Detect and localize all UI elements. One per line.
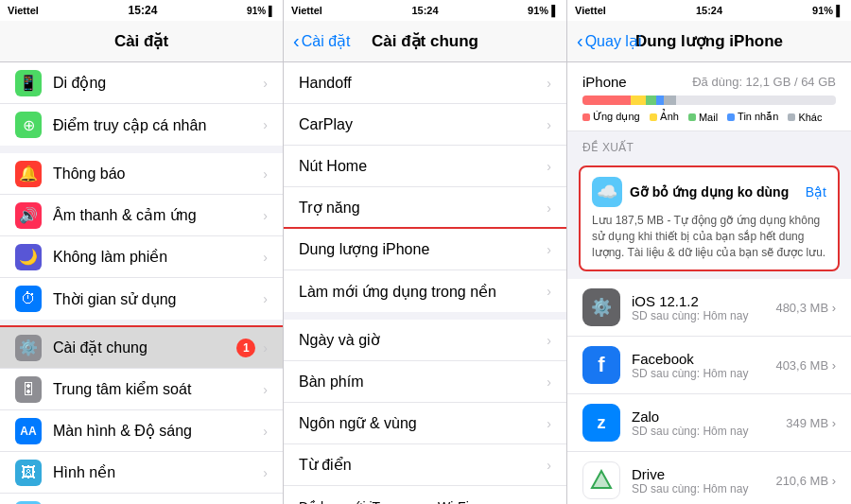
list-item-tu-dien[interactable]: Từ điển › [284,444,566,486]
time-mid: 15:24 [411,5,438,16]
zalo-icon: z [582,404,620,442]
chevron-ngon-ngu: › [547,416,551,431]
list-item-nut-home[interactable]: Nút Home › [284,146,566,187]
list-item-ban-phim[interactable]: Bàn phím › [284,361,566,403]
dung-luong-label: Dung lượng iPhone [299,240,547,258]
chevron-am-thanh: › [263,208,268,223]
carrier-left: Viettel [8,5,39,16]
app-list: ⚙️ iOS 12.1.2 SD sau cùng: Hôm nay 480,3… [567,279,851,504]
drive-sub: SD sau cùng: Hôm nay [632,482,775,495]
chevron-di-dong: › [263,76,268,91]
suggestion-icon: ☁️ [592,177,622,207]
time-left: 15:24 [129,4,158,17]
ios-sub: SD sau cùng: Hôm nay [632,309,775,322]
chevron-do-hoa: › [547,499,551,504]
cai-dat-chung-label: Cài đặt chung [53,339,236,356]
ngon-ngu-label: Ngôn ngữ & vùng [299,414,547,432]
list-item-lam-moi[interactable]: Làm mới ứng dụng trong nền › [284,270,566,312]
icons-left: 91% ▌ [247,6,275,16]
list-item-thong-bao[interactable]: 🔔 Thông báo › [0,153,283,195]
facebook-name: Facebook [632,351,775,367]
list-item-do-hoa[interactable]: Đồ họa với iTunes qua Wi-Fi › [284,486,566,504]
mid-back-label: Cài đặt [302,32,351,50]
list-item-diem-truy[interactable]: ⊕ Điểm truy cập cá nhân › [0,104,283,146]
list-item-carplay[interactable]: CarPlay › [284,104,566,146]
chevron-carplay: › [547,117,551,132]
facebook-icon: f [582,346,620,384]
list-item-cai-dat-chung[interactable]: ⚙️ Cài đặt chung 1 › [0,327,283,369]
legend-label-mail: Mail [699,112,718,123]
list-item-tro-nang[interactable]: Trợ năng › [284,187,566,229]
mid-spacer-1 [284,312,566,320]
ios-info: iOS 12.1.2 SD sau cùng: Hôm nay [632,293,775,322]
diem-truy-icon: ⊕ [15,112,42,138]
hinh-nen-label: Hình nền [53,463,263,481]
app-row-drive[interactable]: Drive SD sau cùng: Hôm nay 210,6 MB › [567,452,851,504]
chevron-trung-tam: › [263,382,268,397]
right-back-button[interactable]: ‹ Quay lại [577,30,641,52]
suggest-section-label: ĐỀ XUẤT [567,131,851,158]
drive-info: Drive SD sau cùng: Hôm nay [632,466,775,495]
khong-lam-label: Không làm phiền [53,248,263,266]
cai-dat-chung-badge: 1 [236,339,255,357]
nav-bar-right: ‹ Quay lại Dung lượng iPhone [567,21,851,62]
chevron-hinh-nen: › [263,465,268,480]
ios-name: iOS 12.1.2 [632,293,775,309]
time-right: 15:24 [696,5,722,16]
suggestion-title: Gỡ bỏ ứng dụng ko dùng [630,184,798,200]
storage-label: iPhone [582,74,627,90]
list-item-trung-tam[interactable]: 🎛 Trung tâm kiểm soát › [0,369,283,410]
trung-tam-label: Trung tâm kiểm soát [53,380,263,398]
legend-label-photos: Ảnh [660,111,679,123]
bar-other [664,96,676,105]
chevron-cai-dat: › [263,340,268,356]
chevron-ngay-gio: › [547,333,551,348]
list-item-dung-luong[interactable]: Dung lượng iPhone › [284,229,566,270]
chevron-diem-truy: › [263,117,268,132]
list-item-siri[interactable]: 🎤 Siri & Tìm kiếm › [0,494,283,504]
list-item-am-thanh[interactable]: 🔊 Âm thanh & cảm ứng › [0,195,283,236]
chevron-ban-phim: › [547,374,551,390]
zalo-info: Zalo SD sau cùng: Hôm nay [632,408,786,438]
list-item-thoi-gian[interactable]: ⏱ Thời gian sử dụng › [0,278,283,320]
suggestion-action-button[interactable]: Bật [806,184,826,200]
list-item-hinh-nen[interactable]: 🖼 Hình nền › [0,452,283,494]
mid-panel: Viettel 15:24 91% ▌ ‹ Cài đặt Cài đặt ch… [284,0,567,504]
chevron-dung-luong: › [547,242,551,257]
zalo-size: 349 MB › [786,416,836,430]
list-item-ngay-gio[interactable]: Ngày và giờ › [284,320,566,361]
tro-nang-label: Trợ năng [299,199,547,217]
mid-back-chevron: ‹ [293,30,300,52]
ban-phim-label: Bàn phím [299,374,547,391]
nav-bar-left: Cài đặt [0,21,283,62]
list-item-khong-lam[interactable]: 🌙 Không làm phiền › [0,236,283,278]
left-panel: Viettel 15:24 91% ▌ Cài đặt 📱 Di động › … [0,0,284,504]
list-item-handoff[interactable]: Handoff › [284,62,566,104]
khong-lam-icon: 🌙 [15,244,42,270]
ios-size: 480,3 MB › [775,301,836,315]
storage-title-row: iPhone Đã dùng: 12,1 GB / 64 GB [582,74,836,90]
chevron-lam-moi: › [547,284,551,299]
app-row-ios[interactable]: ⚙️ iOS 12.1.2 SD sau cùng: Hôm nay 480,3… [567,279,851,337]
suggestion-box: ☁️ Gỡ bỏ ứng dụng ko dùng Bật Lưu 187,5 … [579,165,840,271]
list-item-di-dong[interactable]: 📱 Di động › [0,62,283,104]
legend-msg: Tin nhắn [727,111,778,123]
drive-name: Drive [632,466,775,482]
drive-size: 210,6 MB › [775,474,836,488]
handoff-label: Handoff [299,75,547,92]
icons-mid: 91% ▌ [528,5,559,16]
app-row-facebook[interactable]: f Facebook SD sau cùng: Hôm nay 403,6 MB… [567,337,851,394]
right-back-chevron: ‹ [577,30,583,52]
list-item-ngon-ngu[interactable]: Ngôn ngữ & vùng › [284,403,566,444]
drive-icon [582,461,620,499]
icons-right: 91% ▌ [812,5,843,16]
svg-marker-1 [592,471,611,488]
legend-apps: Ứng dụng [582,111,640,123]
carrier-right: Viettel [575,5,606,16]
thong-bao-label: Thông báo [53,165,263,182]
right-panel: Viettel 15:24 91% ▌ ‹ Quay lại Dung lượn… [567,0,851,504]
legend-dot-mail [688,113,696,121]
list-item-man-hinh[interactable]: AA Màn hình & Độ sáng › [0,410,283,452]
mid-back-button[interactable]: ‹ Cài đặt [293,30,350,52]
app-row-zalo[interactable]: z Zalo SD sau cùng: Hôm nay 349 MB › [567,394,851,452]
